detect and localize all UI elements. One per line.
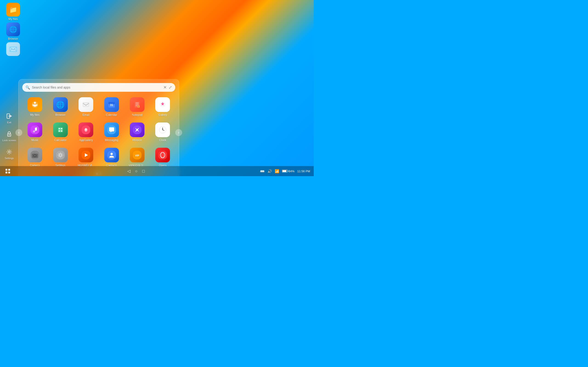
sidebar-item-settings[interactable]: Settings bbox=[3, 146, 16, 161]
search-bar: 🔍 ✕ ⤢ bbox=[22, 83, 175, 92]
svg-point-23 bbox=[34, 131, 35, 132]
next-page-button[interactable]: › bbox=[175, 129, 182, 136]
nav-back-button[interactable]: ◁ bbox=[127, 169, 130, 174]
vipkid-app-icon: VIP bbox=[130, 148, 145, 162]
hivoice-app-icon bbox=[130, 123, 145, 137]
gallery-app-icon bbox=[155, 97, 170, 112]
svg-point-9 bbox=[36, 104, 37, 106]
app-item-myfiles[interactable]: My files bbox=[23, 95, 46, 118]
app-item-messaging[interactable]: Messaging bbox=[100, 121, 123, 144]
svg-point-6 bbox=[34, 102, 36, 104]
battery-fill bbox=[283, 170, 286, 172]
app-item-calculator[interactable]: Calculator bbox=[49, 121, 72, 144]
app-item-calendar[interactable]: 31 Calendar bbox=[100, 95, 123, 118]
appgallery-app-label: AppGallery bbox=[79, 139, 93, 142]
battery-icon bbox=[282, 170, 288, 173]
svg-point-4 bbox=[8, 151, 10, 153]
search-input[interactable] bbox=[32, 85, 162, 89]
notepad-app-icon bbox=[130, 97, 145, 112]
exit-icon bbox=[5, 112, 13, 120]
svg-point-43 bbox=[34, 155, 35, 156]
email-app-label: Email bbox=[82, 113, 89, 117]
app-item-clock[interactable]: Clock bbox=[151, 121, 174, 144]
nav-home-button[interactable]: ○ bbox=[135, 169, 138, 174]
settings-sidebar-label: Settings bbox=[5, 157, 14, 160]
keyboard-icon[interactable]: ⌨️ bbox=[260, 169, 265, 173]
browser-app-label: Browser bbox=[55, 113, 65, 117]
settings-sidebar-icon bbox=[5, 148, 13, 156]
svg-text:VIP: VIP bbox=[135, 154, 139, 157]
camera-app-icon bbox=[27, 148, 42, 162]
sidebar-item-exit[interactable]: Exit bbox=[3, 110, 15, 126]
apps-grid: My files 🌐 Browser Email bbox=[19, 95, 179, 169]
svg-rect-59 bbox=[8, 172, 10, 173]
svg-rect-26 bbox=[61, 128, 62, 129]
svg-rect-28 bbox=[61, 130, 62, 132]
svg-point-8 bbox=[32, 104, 34, 106]
search-clear-button[interactable]: ✕ bbox=[163, 85, 167, 90]
music-app-icon bbox=[27, 123, 42, 137]
wifi-icon[interactable]: 📶 bbox=[275, 169, 279, 173]
app-item-gallery[interactable]: Gallery bbox=[151, 95, 174, 118]
svg-text:31: 31 bbox=[110, 103, 113, 107]
calendar-app-icon: 31 bbox=[104, 97, 119, 112]
prev-page-button[interactable]: ‹ bbox=[15, 129, 22, 136]
battery-indicator: 84% bbox=[282, 169, 294, 173]
email-app-icon bbox=[78, 97, 93, 112]
taskbar-apps-button[interactable] bbox=[4, 167, 12, 175]
settings-app-icon bbox=[53, 148, 68, 162]
opera-app-icon bbox=[155, 148, 170, 162]
gallery-app-label: Gallery bbox=[158, 113, 167, 117]
app-item-email[interactable]: Email bbox=[74, 95, 98, 118]
exit-label: Exit bbox=[7, 121, 11, 124]
svg-point-7 bbox=[33, 104, 36, 107]
calculator-app-label: Calculator bbox=[54, 139, 67, 142]
svg-rect-56 bbox=[6, 169, 7, 171]
appgallery-app-icon bbox=[78, 123, 93, 137]
messaging-app-label: Messaging bbox=[105, 139, 118, 142]
calendar-app-label: Calendar bbox=[106, 113, 117, 117]
search-expand-button[interactable]: ⤢ bbox=[169, 85, 172, 90]
lock-screen-icon bbox=[5, 130, 13, 138]
svg-rect-27 bbox=[59, 130, 60, 132]
sidebar-item-lock-screen[interactable]: Lock screen bbox=[0, 128, 18, 144]
browser-app-icon: 🌐 bbox=[53, 97, 68, 112]
svg-point-3 bbox=[9, 134, 10, 135]
huaweivideo-app-icon bbox=[78, 148, 93, 162]
system-clock: 11:56 PM bbox=[297, 169, 310, 173]
app-item-music[interactable]: Music bbox=[23, 121, 46, 144]
svg-point-20 bbox=[162, 104, 163, 105]
svg-rect-44 bbox=[34, 153, 36, 154]
hivoice-app-label: HiVoice bbox=[132, 139, 142, 142]
svg-point-38 bbox=[162, 130, 163, 130]
contacts-app-icon bbox=[104, 148, 119, 162]
clock-app-label: Clock bbox=[159, 139, 166, 142]
messaging-app-icon bbox=[104, 123, 119, 137]
taskbar-right: ⌨️ 🔊 📶 84% 11:56 PM bbox=[260, 169, 310, 173]
app-drawer: 🔍 ✕ ⤢ ‹ My files bbox=[18, 79, 179, 176]
music-app-label: Music bbox=[31, 139, 38, 142]
clock-app-icon bbox=[155, 123, 170, 137]
app-item-browser[interactable]: 🌐 Browser bbox=[49, 95, 72, 118]
taskbar: ◁ ○ □ ⌨️ 🔊 📶 84% 11:56 PM bbox=[0, 166, 314, 176]
app-item-hivoice[interactable]: HiVoice bbox=[125, 121, 149, 144]
lock-screen-label: Lock screen bbox=[2, 139, 16, 142]
myfiles-app-label: My files bbox=[30, 113, 40, 117]
svg-rect-57 bbox=[8, 169, 10, 171]
sidebar: Exit Lock screen Settings bbox=[0, 0, 18, 166]
notepad-app-label: Notepad bbox=[132, 113, 142, 117]
svg-rect-10 bbox=[83, 102, 89, 107]
taskbar-center: ◁ ○ □ bbox=[127, 169, 145, 174]
svg-point-50 bbox=[111, 153, 113, 155]
search-icon: 🔍 bbox=[26, 85, 30, 90]
taskbar-left bbox=[4, 167, 12, 175]
battery-percentage: 84% bbox=[288, 169, 294, 173]
nav-recent-button[interactable]: □ bbox=[142, 169, 145, 174]
svg-rect-25 bbox=[59, 128, 60, 129]
svg-rect-45 bbox=[56, 151, 65, 159]
apps-grid-wrapper: ‹ My files 🌐 Browser bbox=[19, 95, 179, 169]
calculator-app-icon bbox=[53, 123, 68, 137]
app-item-appgallery[interactable]: AppGallery bbox=[74, 121, 98, 144]
app-item-notepad[interactable]: Notepad bbox=[125, 95, 149, 118]
volume-icon[interactable]: 🔊 bbox=[267, 169, 272, 173]
